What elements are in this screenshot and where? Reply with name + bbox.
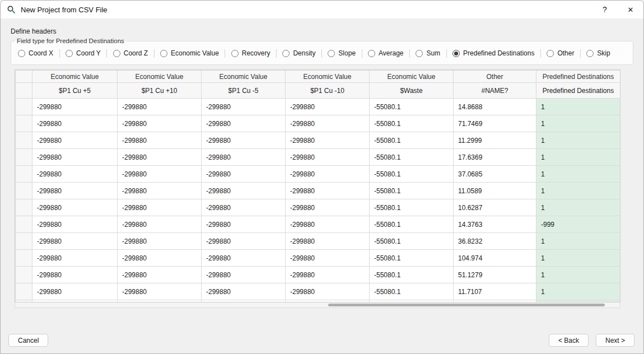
cell[interactable]: -299880 xyxy=(202,250,286,267)
cell[interactable]: 11.0589 xyxy=(454,183,536,199)
cell[interactable]: -299880 xyxy=(286,250,370,267)
cell[interactable]: -55080.1 xyxy=(370,250,454,267)
cell[interactable]: 1 xyxy=(536,115,620,132)
cancel-button[interactable]: Cancel xyxy=(8,334,48,347)
close-icon[interactable]: ✕ xyxy=(618,1,643,18)
cell[interactable]: 1 xyxy=(536,267,620,283)
cell[interactable]: -299880 xyxy=(202,132,286,149)
cell[interactable]: -299880 xyxy=(286,199,370,216)
cell[interactable]: -299880 xyxy=(32,250,118,267)
column-name-header[interactable]: $P1 Cu +5 xyxy=(32,83,118,99)
cell[interactable]: -299880 xyxy=(118,115,202,132)
cell[interactable]: 11.2999 xyxy=(454,132,536,149)
cell[interactable]: 14.8688 xyxy=(454,99,536,115)
field-type-radio-coord-y[interactable]: Coord Y xyxy=(66,49,101,57)
cell[interactable]: 71.7469 xyxy=(454,115,536,132)
column-name-header[interactable]: $P1 Cu -10 xyxy=(286,83,370,99)
column-type-header[interactable]: Predefined Destinations xyxy=(536,71,620,83)
cell[interactable]: -299880 xyxy=(32,283,118,300)
cell[interactable]: -55080.1 xyxy=(370,132,454,149)
cell[interactable]: -999 xyxy=(536,216,620,233)
cell[interactable]: -299880 xyxy=(286,233,370,250)
next-button[interactable]: Next > xyxy=(596,334,634,347)
cell[interactable]: -299880 xyxy=(32,216,118,233)
cell[interactable]: -299880 xyxy=(202,115,286,132)
field-type-radio-average[interactable]: Average xyxy=(368,49,403,57)
cell[interactable]: -299880 xyxy=(32,199,118,216)
cell[interactable]: -299880 xyxy=(286,166,370,183)
cell[interactable]: -299880 xyxy=(118,233,202,250)
cell[interactable]: 1 xyxy=(536,283,620,300)
column-type-header[interactable]: Economic Value xyxy=(202,71,286,83)
cell[interactable]: -299880 xyxy=(202,99,286,115)
scrollbar-thumb[interactable] xyxy=(328,304,605,306)
cell[interactable]: -299880 xyxy=(202,199,286,216)
cell[interactable]: 11.7107 xyxy=(454,283,536,300)
field-type-radio-coord-z[interactable]: Coord Z xyxy=(113,49,148,57)
field-type-radio-predefined-destinations[interactable]: Predefined Destinations xyxy=(452,49,534,57)
cell[interactable]: 36.8232 xyxy=(454,233,536,250)
cell[interactable]: 1 xyxy=(536,132,620,149)
column-type-header[interactable]: Economic Value xyxy=(286,71,370,83)
column-type-header[interactable]: Other xyxy=(454,71,536,83)
cell[interactable]: 17.6369 xyxy=(454,149,536,166)
cell[interactable]: -299880 xyxy=(286,149,370,166)
field-type-radio-other[interactable]: Other xyxy=(547,49,574,57)
cell[interactable]: -299880 xyxy=(286,283,370,300)
cell[interactable]: -299880 xyxy=(202,233,286,250)
cell[interactable]: -299880 xyxy=(286,267,370,283)
cell[interactable]: -299880 xyxy=(286,132,370,149)
cell[interactable]: -299880 xyxy=(286,183,370,199)
field-type-radio-economic-value[interactable]: Economic Value xyxy=(160,49,219,57)
field-type-radio-coord-x[interactable]: Coord X xyxy=(18,49,53,57)
cell[interactable]: -55080.1 xyxy=(370,283,454,300)
cell[interactable]: -55080.1 xyxy=(370,115,454,132)
field-type-radio-recovery[interactable]: Recovery xyxy=(231,49,270,57)
column-type-header[interactable]: Economic Value xyxy=(32,71,118,83)
cell[interactable]: -299880 xyxy=(202,183,286,199)
cell[interactable]: -55080.1 xyxy=(370,216,454,233)
cell[interactable]: -55080.1 xyxy=(370,233,454,250)
cell[interactable]: 1 xyxy=(536,250,620,267)
horizontal-scrollbar[interactable] xyxy=(15,302,620,308)
column-name-header[interactable]: #NAME? xyxy=(454,83,536,99)
cell[interactable]: -299880 xyxy=(32,99,118,115)
cell[interactable]: 1 xyxy=(536,99,620,115)
cell[interactable]: 1 xyxy=(536,233,620,250)
cell[interactable]: -299880 xyxy=(202,166,286,183)
column-name-header[interactable]: $Waste xyxy=(370,83,454,99)
field-type-radio-sum[interactable]: Sum xyxy=(416,49,440,57)
field-type-radio-density[interactable]: Density xyxy=(282,49,315,57)
help-button[interactable]: ? xyxy=(592,1,618,18)
cell[interactable]: -299880 xyxy=(202,267,286,283)
cell[interactable]: -299880 xyxy=(32,115,118,132)
cell[interactable]: -299880 xyxy=(202,283,286,300)
cell[interactable]: 1 xyxy=(536,183,620,199)
cell[interactable]: -299880 xyxy=(32,149,118,166)
column-type-header[interactable]: Economic Value xyxy=(118,71,202,83)
cell[interactable]: -55080.1 xyxy=(370,166,454,183)
cell[interactable]: -299880 xyxy=(286,216,370,233)
column-name-header[interactable]: $P1 Cu +10 xyxy=(118,83,202,99)
cell[interactable]: -299880 xyxy=(118,199,202,216)
cell[interactable]: -299880 xyxy=(118,283,202,300)
column-name-header[interactable]: Predefined Destinations xyxy=(536,83,620,99)
cell[interactable]: -299880 xyxy=(202,216,286,233)
cell[interactable]: 51.1279 xyxy=(454,267,536,283)
column-name-header[interactable]: $P1 Cu -5 xyxy=(202,83,286,99)
cell[interactable]: -299880 xyxy=(32,166,118,183)
cell[interactable]: 14.3763 xyxy=(454,216,536,233)
cell[interactable]: -299880 xyxy=(202,149,286,166)
cell[interactable]: -299880 xyxy=(118,166,202,183)
cell[interactable]: -299880 xyxy=(118,99,202,115)
cell[interactable]: -299880 xyxy=(118,267,202,283)
cell[interactable]: -55080.1 xyxy=(370,149,454,166)
cell[interactable]: -299880 xyxy=(118,149,202,166)
cell[interactable]: -299880 xyxy=(32,132,118,149)
cell[interactable]: -55080.1 xyxy=(370,99,454,115)
cell[interactable]: -299880 xyxy=(32,267,118,283)
cell[interactable]: 1 xyxy=(536,166,620,183)
cell[interactable]: 10.6287 xyxy=(454,199,536,216)
column-type-header[interactable]: Economic Value xyxy=(370,71,454,83)
cell[interactable]: 104.974 xyxy=(454,250,536,267)
